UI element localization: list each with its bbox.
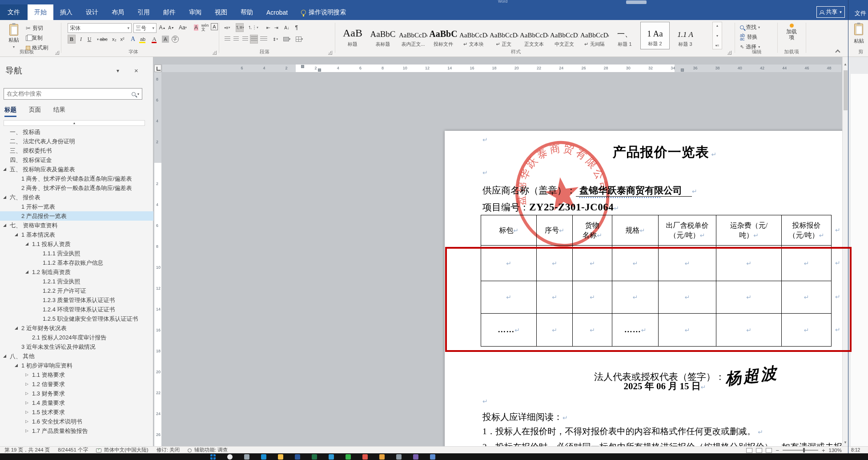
style-item[interactable]: 1 Aa标题 2 (640, 22, 670, 49)
excel-icon[interactable] (312, 454, 317, 460)
second-window-file-tab[interactable]: 文件 (855, 9, 866, 17)
mail-icon[interactable] (329, 454, 334, 460)
tab-stop-selector[interactable] (154, 65, 161, 72)
font-name-combobox[interactable]: 宋体▾ (68, 23, 132, 33)
document-page[interactable]: ↵ 产品报价一览表 ↵ ↵ 供应商名称（盖章）：盘锦华跃泰商贸有限公司↵ 项目编… (445, 131, 868, 460)
borders-button[interactable]: ▾ (295, 35, 303, 44)
phonetic-guide-button[interactable]: wén文 (201, 23, 209, 32)
align-left-button[interactable] (223, 35, 231, 44)
zoom-slider-thumb[interactable] (803, 448, 805, 452)
scrollbar-thumb[interactable] (844, 70, 848, 110)
nav-item[interactable]: 1.2.4 环境管理体系认证证书 (0, 305, 153, 314)
nav-item[interactable]: 三、 授权委托书 (0, 146, 153, 155)
collapse-arrow-icon[interactable] (3, 224, 6, 227)
cut-button[interactable]: ✂剪切 (26, 24, 43, 33)
clear-formatting-button[interactable]: A (192, 23, 200, 32)
table-header-cell[interactable]: 出厂含税单价（元/吨）↵ (659, 215, 716, 246)
style-item[interactable]: AaBbCcDdI↵ 正文 (489, 22, 518, 49)
search-icon[interactable] (227, 454, 233, 460)
nav-tab-results[interactable]: 结果 (53, 106, 65, 117)
note-line[interactable]: 1．投标人在报价时，不得对报价表中的内容和格式作任何更改或删减。 ↵ (482, 425, 865, 441)
print-layout-view-icon[interactable] (756, 448, 762, 453)
scroll-down-icon[interactable]: ▼ (844, 440, 847, 444)
tell-me-search[interactable]: 操作说明搜索 (294, 4, 353, 20)
nav-item[interactable]: 1.2.1 营业执照 (0, 277, 153, 286)
font-dialog-launcher[interactable] (213, 51, 217, 55)
style-item[interactable]: 一、标题 1 (610, 22, 639, 49)
character-border-button[interactable]: A (211, 23, 218, 30)
add-ins-button[interactable]: 加载项 (784, 24, 800, 47)
highlight-color-button[interactable]: ab (139, 35, 147, 44)
font-color-button[interactable]: A (150, 35, 158, 44)
collapse-arrow-icon[interactable] (3, 196, 6, 199)
nav-item[interactable]: 六、 报价表 (0, 193, 153, 202)
word-icon[interactable] (295, 454, 300, 460)
align-right-button[interactable] (241, 35, 249, 44)
nav-item[interactable]: 2.1 投标人2024年度审计报告 (0, 333, 153, 342)
nav-item[interactable]: 1 开标一览表 (0, 202, 153, 211)
table-header-cell[interactable]: 投标报价（元/吨）↵ (782, 215, 832, 246)
nav-item[interactable]: 七、 资格审查资料 (0, 221, 153, 230)
nav-item[interactable]: 1.2.3 质量管理体系认证证书 (0, 295, 153, 305)
find-button[interactable]: 查找▾ (740, 23, 760, 32)
collapse-arrow-icon[interactable] (25, 242, 28, 246)
paragraph-dialog-launcher[interactable] (328, 51, 332, 55)
sign-in-button[interactable] (626, 0, 647, 4)
style-item[interactable]: AaB标题 (338, 22, 367, 49)
strikethrough-button[interactable]: abc (100, 35, 108, 44)
align-center-button[interactable] (232, 35, 240, 44)
replace-button[interactable]: abac替换 (740, 32, 757, 42)
media-icon[interactable] (413, 454, 418, 460)
expand-arrow-icon[interactable]: ▷ (25, 417, 28, 426)
date-line[interactable]: 2025 年 06 月 15 日↵ (445, 380, 868, 392)
style-item[interactable]: AaBbCcDdI↵ 文本块 (459, 22, 488, 49)
nav-item[interactable]: 一、 投标函 (0, 127, 153, 137)
nav-item[interactable]: 1.2.2 开户许可证 (0, 286, 153, 295)
ribbon-tab-7[interactable]: 邮件 (157, 4, 182, 20)
read-note-line[interactable]: 投标人应详细阅读：↵ (482, 411, 568, 423)
wechat-icon[interactable] (346, 454, 351, 460)
nav-close-icon[interactable]: × (134, 67, 138, 74)
distribute-button[interactable] (260, 35, 268, 44)
folder-icon[interactable] (278, 454, 283, 460)
vertical-ruler[interactable]: 86422468101214161820222426 (154, 72, 161, 446)
text-effects-button[interactable]: A (129, 35, 137, 44)
nav-item[interactable]: ▷1.7 产品质量检验报告 (0, 426, 153, 436)
decrease-indent-button[interactable]: ⇤ (264, 23, 272, 32)
page-count[interactable]: 第 19 页，共 244 页 (4, 447, 50, 453)
collapse-arrow-icon[interactable] (15, 233, 18, 236)
zoom-in-icon[interactable]: + (822, 447, 825, 454)
ribbon-tab-4[interactable]: 设计 (79, 4, 105, 20)
notes-app-icon[interactable] (379, 454, 385, 460)
style-item[interactable]: AaBbC投标文件 (429, 22, 458, 49)
enclose-characters-button[interactable]: 字 (172, 36, 179, 43)
nav-item[interactable]: ▷1.2 信誉要求 (0, 379, 153, 389)
browser-icon[interactable] (362, 454, 368, 460)
expand-arrow-icon[interactable]: ▷ (25, 379, 28, 389)
nav-item[interactable]: 1.2 制造商资质 (0, 267, 153, 277)
nav-item[interactable]: 四、 投标保证金 (0, 155, 153, 165)
superscript-button[interactable]: x² (118, 35, 126, 44)
style-item[interactable]: AaBbCcDi中文正文 (550, 22, 579, 49)
nav-item[interactable]: ▷1.3 财务要求 (0, 389, 153, 398)
collapse-arrow-icon[interactable] (25, 270, 28, 274)
shrink-font-button[interactable]: A▼ (167, 23, 175, 32)
nav-item[interactable]: 1.2.5 职业健康安全管理体系认证证书 (0, 314, 153, 323)
nav-tab-headings[interactable]: 标题 (4, 106, 16, 117)
italic-button[interactable]: I (77, 35, 85, 44)
zoom-out-icon[interactable]: − (776, 447, 779, 454)
ribbon-tab-3[interactable]: 插入 (53, 4, 79, 20)
style-item[interactable]: 1.1 A标题 3 (671, 22, 700, 49)
change-case-button[interactable]: Aa▾ (177, 23, 189, 32)
nav-item[interactable]: 2 产品报价一览表 (0, 211, 153, 221)
nav-tab-pages[interactable]: 页面 (29, 106, 41, 117)
nav-item[interactable]: 3 近年未发生诉讼及仲裁情况 (0, 342, 153, 351)
nav-item[interactable]: ▷1.4 质量要求 (0, 398, 153, 408)
settings-icon[interactable] (396, 454, 402, 460)
ribbon-tab-8[interactable]: 审阅 (182, 4, 208, 20)
shading-button[interactable]: ▾ (283, 35, 291, 44)
nav-item[interactable]: ▷1.6 安全技术说明书 (0, 417, 153, 426)
expand-arrow-icon[interactable]: ▷ (25, 389, 28, 398)
nav-item[interactable]: 1.1.1 营业执照 (0, 249, 153, 258)
ribbon-tab-11[interactable]: Acrobat (260, 4, 294, 20)
